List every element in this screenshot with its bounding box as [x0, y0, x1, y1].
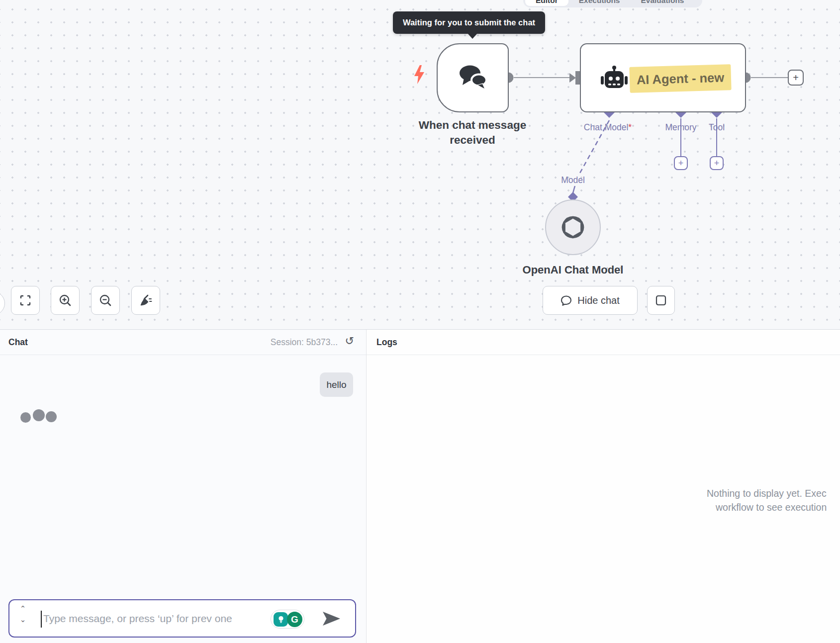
chat-trigger-icon [457, 64, 489, 92]
chat-model-port-label: Chat Model* [584, 122, 632, 133]
trigger-bolt-icon [413, 65, 426, 85]
hide-chat-button[interactable]: Hide chat [543, 286, 638, 315]
waiting-tooltip-text: Waiting for you to submit the chat [403, 18, 535, 27]
typing-dot [46, 411, 57, 422]
node-when-chat-message-received[interactable] [437, 43, 509, 112]
chevron-down-icon[interactable]: ⌄ [20, 616, 26, 623]
square-icon [655, 295, 666, 306]
waiting-tooltip: Waiting for you to submit the chat [393, 11, 545, 34]
model-port-label: Model [561, 175, 585, 185]
editor-tabbar: Editor Executions Evaluations [523, 0, 702, 7]
node-openai-chat-model[interactable] [545, 199, 601, 255]
agent-name-highlight[interactable]: AI Agent - new [629, 64, 731, 93]
agent-input-arrow [569, 73, 576, 83]
session-id: Session: 5b373... [271, 337, 338, 348]
robot-icon [600, 65, 629, 93]
logs-empty-message-line1: Nothing to display yet. Exec [707, 488, 827, 499]
logs-panel: Logs Nothing to display yet. Exec workfl… [367, 330, 840, 643]
memory-port-label: Memory [665, 122, 696, 133]
toggle-logs-panel-button[interactable] [647, 286, 675, 315]
required-asterisk: * [628, 122, 632, 132]
chat-panel: Chat Session: 5b373... ↺ hello ⌃ ⌄ [0, 330, 367, 643]
history-chevrons: ⌃ ⌄ [17, 605, 28, 623]
zoom-in-button[interactable] [51, 286, 80, 315]
logs-panel-title: Logs [376, 337, 397, 348]
chat-panel-header: Chat Session: 5b373... ↺ [0, 330, 366, 355]
node-ai-agent[interactable]: AI Agent - new [580, 43, 746, 112]
edge-partial-button[interactable] [0, 291, 5, 315]
tab-evaluations[interactable]: Evaluations [630, 0, 694, 6]
tab-editor[interactable]: Editor [525, 0, 568, 6]
tooltip-caret [467, 33, 477, 39]
bottom-panels: Chat Session: 5b373... ↺ hello ⌃ ⌄ [0, 329, 840, 643]
tool-port-label: Tool [709, 122, 725, 133]
typing-dot [20, 412, 31, 423]
grammarly-icon[interactable]: G [287, 612, 302, 627]
chevron-up-icon[interactable]: ⌃ [20, 605, 26, 612]
writing-assistant-widget[interactable]: G [271, 610, 304, 629]
refresh-session-icon[interactable]: ↺ [345, 336, 354, 347]
fit-view-button[interactable] [11, 286, 40, 315]
logs-empty-message-line2: workflow to see execution [716, 502, 827, 513]
zoom-out-button[interactable] [91, 286, 120, 315]
logs-panel-header: Logs [367, 330, 840, 355]
text-cursor [41, 611, 42, 628]
add-tool-button[interactable]: + [710, 156, 724, 170]
openai-node-label: OpenAI Chat Model [523, 263, 624, 277]
fit-view-icon [19, 294, 31, 306]
chat-bubble-icon [560, 295, 572, 306]
chat-input-container: ⌃ ⌄ G [8, 599, 356, 638]
add-memory-button[interactable]: + [674, 156, 688, 170]
lightbulb-badge-icon[interactable] [274, 612, 288, 627]
workflow-canvas[interactable]: Editor Executions Evaluations Waiting fo… [0, 0, 840, 329]
add-next-node-button[interactable]: + [788, 70, 804, 86]
tidy-up-icon [139, 294, 152, 307]
send-button[interactable] [322, 611, 342, 626]
n8n-workflow-editor: Editor Executions Evaluations Waiting fo… [0, 0, 840, 643]
tab-executions[interactable]: Executions [568, 0, 631, 6]
chat-message-input[interactable] [43, 600, 262, 637]
zoom-out-icon [99, 294, 112, 307]
hide-chat-label: Hide chat [577, 295, 620, 306]
tidy-up-button[interactable] [131, 286, 160, 315]
zoom-in-icon [59, 294, 72, 307]
trigger-node-label: When chat message received [419, 118, 526, 148]
chat-panel-title: Chat [8, 337, 28, 348]
typing-dot [33, 409, 45, 421]
openai-logo-icon [560, 215, 585, 240]
chat-message-user: hello [320, 372, 353, 397]
wire-model-stub [573, 186, 575, 193]
